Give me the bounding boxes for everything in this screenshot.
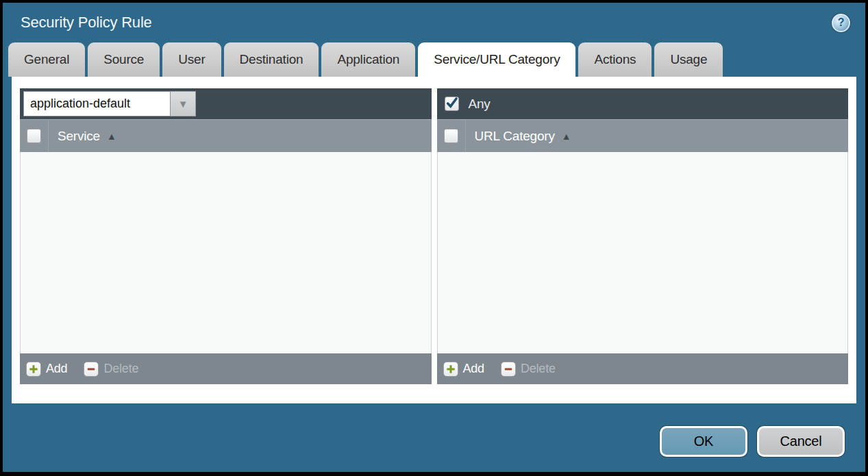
service-panel: ▼ Service ▲: [20, 88, 432, 384]
add-button-label: Add: [46, 362, 67, 376]
tab-service-url-category[interactable]: Service/URL Category: [418, 42, 575, 77]
tab-source[interactable]: Source: [88, 42, 160, 77]
tab-actions[interactable]: Actions: [578, 42, 652, 77]
any-label: Any: [469, 97, 491, 112]
service-table-header: Service ▲: [20, 119, 432, 152]
security-policy-rule-dialog: Security Policy Rule ? General Source Us…: [0, 0, 868, 476]
add-plus-icon: [26, 362, 41, 377]
any-row: Any: [441, 97, 491, 112]
service-type-input[interactable]: [23, 91, 171, 116]
add-button-label: Add: [463, 362, 484, 376]
url-category-table-header: URL Category ▲: [437, 119, 849, 152]
delete-button-label: Delete: [521, 362, 556, 376]
service-delete-button[interactable]: Delete: [84, 362, 138, 377]
dialog-title-bar: Security Policy Rule ?: [3, 3, 865, 42]
url-category-delete-button[interactable]: Delete: [501, 362, 556, 377]
url-category-footer: Add Delete: [437, 353, 849, 384]
service-list: [20, 152, 432, 353]
dialog-action-row: OK Cancel: [660, 426, 845, 457]
service-type-dropdown[interactable]: ▼: [23, 91, 196, 116]
tab-content-service-url-category: ▼ Service ▲: [12, 77, 856, 403]
service-add-button[interactable]: Add: [26, 362, 67, 377]
url-category-toolbar: Any: [437, 88, 849, 119]
dropdown-arrow-icon[interactable]: ▼: [171, 91, 196, 116]
service-footer: Add Delete: [20, 353, 432, 384]
tab-usage[interactable]: Usage: [654, 42, 723, 77]
service-column-label: Service: [58, 129, 100, 144]
cancel-button[interactable]: Cancel: [757, 426, 845, 457]
service-column-header[interactable]: Service ▲: [49, 129, 116, 144]
any-checkbox[interactable]: [445, 97, 459, 111]
sort-ascending-icon: ▲: [107, 131, 116, 142]
url-category-column-label: URL Category: [475, 129, 555, 144]
service-toolbar: ▼: [20, 88, 432, 119]
url-category-select-all-checkbox[interactable]: [444, 129, 458, 143]
delete-minus-icon: [501, 362, 516, 377]
url-category-add-button[interactable]: Add: [443, 362, 484, 377]
tab-general[interactable]: General: [8, 42, 85, 77]
sort-ascending-icon: ▲: [562, 131, 571, 142]
url-category-list: [437, 152, 849, 353]
service-select-all-checkbox[interactable]: [27, 129, 41, 143]
help-icon[interactable]: ?: [832, 14, 850, 32]
tab-bar: General Source User Destination Applicat…: [3, 42, 865, 77]
tab-destination[interactable]: Destination: [224, 42, 319, 77]
dialog-title: Security Policy Rule: [21, 14, 152, 32]
delete-button-label: Delete: [103, 362, 138, 376]
url-category-panel: Any URL Category ▲: [437, 88, 849, 384]
ok-button[interactable]: OK: [660, 426, 747, 457]
tab-application[interactable]: Application: [321, 42, 415, 77]
url-category-column-header[interactable]: URL Category ▲: [466, 129, 571, 144]
delete-minus-icon: [84, 362, 99, 377]
add-plus-icon: [443, 362, 458, 377]
tab-user[interactable]: User: [162, 42, 221, 77]
